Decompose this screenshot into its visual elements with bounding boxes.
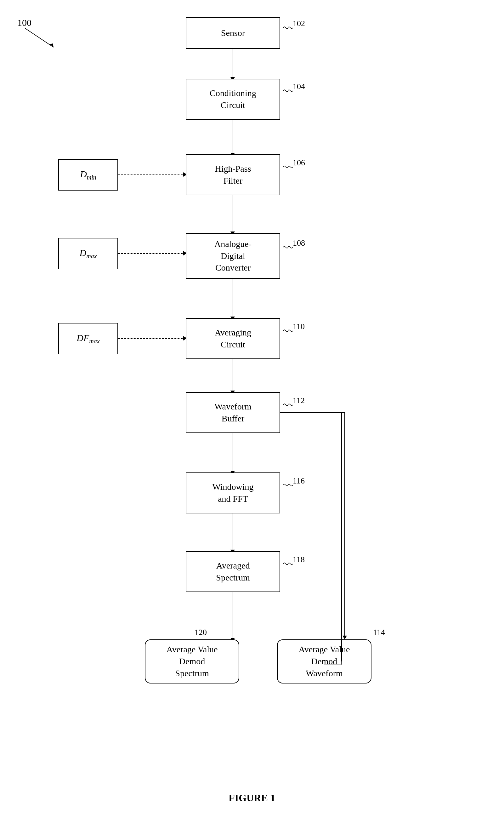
arrow-adc-avg bbox=[233, 279, 233, 318]
arrow-avg-waveform bbox=[233, 359, 233, 392]
branch-v-line bbox=[341, 412, 342, 664]
ref-118: 118 bbox=[293, 555, 305, 565]
dfmax-label: DFmax bbox=[77, 332, 100, 346]
dfmax-arrow bbox=[118, 338, 186, 339]
branch-h-line bbox=[280, 412, 342, 413]
dfmax-box: DFmax bbox=[58, 323, 118, 354]
adc-box: Analogue-DigitalConverter bbox=[186, 233, 280, 279]
ref-108: 108 bbox=[293, 239, 305, 248]
dmin-label: Dmin bbox=[80, 168, 96, 182]
figure-label: FIGURE 1 bbox=[0, 792, 504, 804]
diagram-ref-arrow bbox=[16, 25, 66, 57]
svg-marker-10 bbox=[343, 636, 347, 639]
arrow-windowing-avgspec bbox=[233, 513, 233, 551]
sensor-label: Sensor bbox=[221, 27, 245, 39]
avgvalspectrum-label: Average ValueDemodSpectrum bbox=[166, 644, 218, 679]
sensor-box: Sensor bbox=[186, 17, 280, 49]
avgspectrum-label: AveragedSpectrum bbox=[216, 560, 249, 584]
highpass-label: High-PassFilter bbox=[215, 163, 251, 187]
ref-104: 104 bbox=[293, 82, 305, 91]
averaging-box: AveragingCircuit bbox=[186, 318, 280, 359]
avgvalwaveform-box: Average ValueDemodWaveform bbox=[277, 639, 372, 683]
diagram-container: 100 Sensor 102 ConditioningCircuit 104 D… bbox=[0, 0, 504, 829]
arrow-cond-hpf bbox=[233, 120, 233, 154]
ref-120: 120 bbox=[195, 628, 207, 637]
ref-114: 114 bbox=[373, 628, 385, 637]
dmax-box: Dmax bbox=[58, 238, 118, 269]
highpass-box: High-PassFilter bbox=[186, 154, 280, 195]
avgvalspectrum-box: Average ValueDemodSpectrum bbox=[145, 639, 239, 683]
ref-106: 106 bbox=[293, 158, 305, 168]
averaging-label: AveragingCircuit bbox=[215, 327, 251, 351]
waveform-box: WaveformBuffer bbox=[186, 392, 280, 433]
adc-label: Analogue-DigitalConverter bbox=[215, 238, 251, 274]
arrow-sensor-conditioning bbox=[233, 49, 233, 79]
branch-h-line2 bbox=[324, 664, 341, 665]
arrow-hpf-adc bbox=[233, 195, 233, 233]
arrow-avgspec-avds bbox=[233, 592, 233, 639]
avgspectrum-box: AveragedSpectrum bbox=[186, 551, 280, 592]
windowing-box: Windowingand FFT bbox=[186, 472, 280, 513]
dmin-arrow bbox=[118, 175, 186, 175]
arrow-waveform-windowing bbox=[233, 433, 233, 472]
dmin-box: Dmin bbox=[58, 159, 118, 190]
ref-112: 112 bbox=[293, 396, 305, 405]
dmax-arrow bbox=[118, 253, 186, 254]
ref-102: 102 bbox=[293, 19, 305, 28]
ref-116: 116 bbox=[293, 476, 305, 486]
avgvalwaveform-label: Average ValueDemodWaveform bbox=[299, 644, 350, 679]
dmax-label: Dmax bbox=[80, 247, 97, 260]
conditioning-box: ConditioningCircuit bbox=[186, 79, 280, 120]
waveform-label: WaveformBuffer bbox=[215, 401, 251, 425]
ref-110: 110 bbox=[293, 322, 305, 331]
windowing-label: Windowingand FFT bbox=[212, 481, 254, 505]
conditioning-label: ConditioningCircuit bbox=[210, 87, 256, 111]
svg-line-0 bbox=[25, 28, 53, 47]
